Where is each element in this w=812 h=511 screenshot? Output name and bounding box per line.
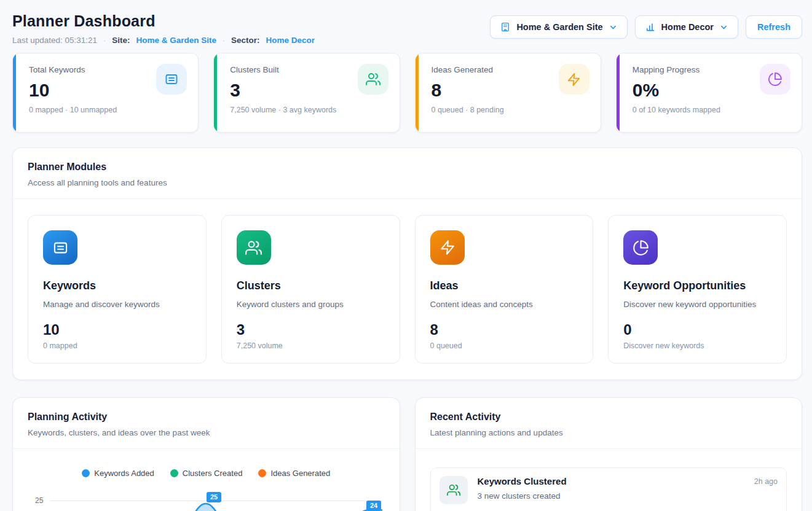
stat-detail: 7,250 volume · 3 avg keywords [230,106,385,114]
pie-chart-icon [760,64,790,95]
header-left: Planner Dashboard Last updated: 05:31:21… [12,12,315,45]
stat-card-clusters-built: Clusters Built 3 7,250 volume · 3 avg ke… [213,53,400,133]
site-label: Site: [112,36,130,45]
legend-label: Keywords Added [94,469,154,478]
header-controls: Home & Garden Site Home Decor Refresh [490,12,802,39]
legend-dot-orange [258,469,266,477]
legend-dot-blue [82,469,90,477]
site-link[interactable]: Home & Garden Site [136,36,216,45]
module-description: Manage and discover keywords [43,300,191,309]
sector-selector-dropdown[interactable]: Home Decor [635,15,738,39]
stat-card-ideas-generated: Ideas Generated 8 0 queued · 8 pending [415,53,601,133]
page-header: Planner Dashboard Last updated: 05:31:21… [12,12,802,45]
module-value: 10 [43,321,191,338]
users-icon [358,64,388,95]
users-icon [440,476,468,504]
planner-dashboard-page: Planner Dashboard Last updated: 05:31:21… [0,0,812,511]
document-icon [156,64,187,95]
module-detail: 7,250 volume [237,341,385,350]
legend-label: Ideas Generated [270,469,330,478]
modules-subtitle: Access all planning tools and features [28,178,787,187]
building-icon [500,21,511,33]
stats-row: Total Keywords 10 0 mapped · 10 unmapped… [12,53,802,133]
stat-detail: 0 queued · 8 pending [432,106,587,114]
planning-activity-panel: Planning Activity Keywords, clusters, an… [12,397,400,511]
bottom-row: Planning Activity Keywords, clusters, an… [12,397,802,511]
y-axis-tick: 25 [35,496,43,505]
module-card-keyword-opportunities[interactable]: Keyword Opportunities Discover new keywo… [608,215,787,364]
planning-activity-subtitle: Keywords, clusters, and ideas over the p… [28,428,385,437]
sector-label: Sector: [231,36,260,45]
site-selector-label: Home & Garden Site [516,22,602,32]
pie-chart-icon [623,230,658,265]
legend-item-clusters-created[interactable]: Clusters Created [170,469,243,478]
planning-activity-header: Planning Activity Keywords, clusters, an… [13,398,400,448]
header-meta: Last updated: 05:31:21 · Site: Home & Ga… [12,36,315,45]
module-title: Clusters [237,279,385,292]
recent-activity-title: Recent Activity [430,412,787,423]
module-card-ideas[interactable]: Ideas Content ideas and concepts 8 0 que… [415,215,594,364]
document-icon [43,230,77,265]
module-value: 0 [623,321,771,338]
activity-time: 2h ago [754,476,778,486]
stat-detail: 0 of 10 keywords mapped [633,106,788,114]
modules-title: Planner Modules [28,162,787,173]
legend-dot-green [170,469,178,477]
activity-item-keywords-clustered: Keywords Clustered 2h ago 3 new clusters… [430,467,787,511]
meta-separator: · [223,36,225,45]
module-description: Keyword clusters and groups [237,300,385,309]
module-value: 3 [237,321,385,338]
data-label: 25 [207,492,221,502]
page-title: Planner Dashboard [12,12,315,30]
module-description: Content ideas and concepts [430,300,578,309]
module-title: Keyword Opportunities [623,279,771,292]
chevron-down-icon [609,23,618,32]
stat-card-total-keywords: Total Keywords 10 0 mapped · 10 unmapped [12,53,199,133]
chart-legend: Keywords Added Clusters Created Ideas Ge… [13,449,400,478]
stat-detail: 0 mapped · 10 unmapped [29,106,184,114]
module-detail: 0 mapped [43,341,191,350]
refresh-button[interactable]: Refresh [746,15,802,39]
chevron-down-icon [719,23,728,32]
module-value: 8 [430,321,578,338]
module-title: Ideas [430,279,578,292]
bar-chart-icon [645,21,656,33]
module-card-keywords[interactable]: Keywords Manage and discover keywords 10… [28,215,207,364]
divider [416,448,802,449]
planning-activity-title: Planning Activity [28,412,385,423]
bolt-icon [559,64,589,95]
modules-grid: Keywords Manage and discover keywords 10… [13,199,802,380]
planning-activity-chart: 25 25 24 [28,486,385,511]
bolt-icon [430,230,465,265]
sector-selector-label: Home Decor [661,22,714,32]
meta-separator: · [103,36,106,45]
last-updated-text: Last updated: 05:31:21 [12,36,97,45]
users-icon [237,230,271,265]
data-label: 24 [366,501,381,511]
legend-label: Clusters Created [183,469,243,478]
activity-body: Keywords Clustered 2h ago 3 new clusters… [478,476,778,501]
module-detail: 0 queued [430,341,578,350]
activity-title: Keywords Clustered [478,476,567,486]
module-card-clusters[interactable]: Clusters Keyword clusters and groups 3 7… [221,215,400,364]
site-selector-dropdown[interactable]: Home & Garden Site [490,15,627,39]
modules-header: Planner Modules Access all planning tool… [13,148,802,198]
module-title: Keywords [43,279,191,292]
recent-activity-header: Recent Activity Latest planning actions … [416,398,802,448]
stat-card-mapping-progress: Mapping Progress 0% 0 of 10 keywords map… [616,53,802,133]
recent-activity-subtitle: Latest planning actions and updates [430,428,787,437]
legend-item-keywords-added[interactable]: Keywords Added [82,469,154,478]
recent-activity-panel: Recent Activity Latest planning actions … [415,397,803,511]
legend-item-ideas-generated[interactable]: Ideas Generated [258,469,330,478]
sector-link[interactable]: Home Decor [266,36,315,45]
activity-description: 3 new clusters created [478,491,778,501]
module-detail: Discover new keywords [623,341,771,350]
module-description: Discover new keyword opportunities [623,300,771,309]
planner-modules-panel: Planner Modules Access all planning tool… [12,147,802,380]
